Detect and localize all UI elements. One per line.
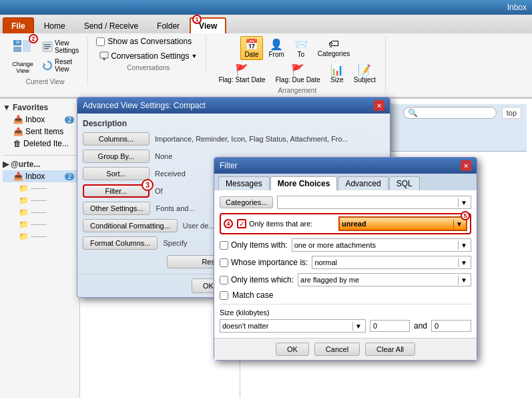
flag-start-icon: 🚩 xyxy=(235,63,248,76)
tree-folder-icon-3: 📁 xyxy=(19,208,29,217)
match-case-checkbox[interactable] xyxy=(220,291,228,300)
sidebar-item-sent[interactable]: 📤 Sent Items xyxy=(3,126,77,138)
from-label: From xyxy=(269,51,284,58)
only-with-checkbox-label[interactable]: Only items with: xyxy=(220,240,288,250)
from-icon: 👤 xyxy=(270,38,283,51)
tree-label: @urte... xyxy=(11,160,40,169)
size-from-input[interactable] xyxy=(370,320,410,332)
only-with-dropdown[interactable]: one or more attachments ▼ xyxy=(292,238,471,252)
ribbon-group-conversations: Show as Conversations Conversation Setti… xyxy=(93,36,206,71)
tree-item-1[interactable]: 📁 —— xyxy=(13,182,77,194)
size-select-dropdown[interactable]: doesn't matter ▼ xyxy=(220,319,366,333)
filter-ok-button[interactable]: OK xyxy=(276,343,309,356)
flag-due-button[interactable]: 🚩 Flag: Due Date xyxy=(272,61,324,85)
show-conversations-checkbox[interactable] xyxy=(96,37,105,46)
reset-view-button[interactable]: Reset View xyxy=(39,56,82,75)
subject-label: Subject xyxy=(354,76,376,83)
show-as-conversations-row[interactable]: Show as Conversations xyxy=(96,36,200,47)
size-select-arrow[interactable]: ▼ xyxy=(352,322,364,331)
adv-close-button[interactable]: ✕ xyxy=(374,100,384,111)
tree-item-2[interactable]: 📁 —— xyxy=(13,194,77,206)
columns-value: Importance, Reminder, Icon, Flag Status,… xyxy=(155,135,384,143)
whose-importance-dropdown[interactable]: normal ▼ xyxy=(312,256,471,269)
tab-send-receive[interactable]: Send / Receive xyxy=(75,17,147,33)
only-items-arrow[interactable]: ▼ xyxy=(453,220,465,228)
tab-file[interactable]: File xyxy=(3,17,34,33)
deleted-label: Deleted Ite... xyxy=(23,139,69,148)
svg-text:≡: ≡ xyxy=(15,39,20,46)
filter-close-button[interactable]: ✕ xyxy=(461,160,471,171)
only-which-checkbox-label[interactable]: Only items which: xyxy=(220,275,294,284)
current-view-group-label: Current View xyxy=(26,78,65,85)
categories-button[interactable]: Categories... xyxy=(220,196,273,208)
size-row: doesn't matter ▼ and xyxy=(220,319,471,333)
sidebar-item-inbox[interactable]: 📥 Inbox 2 xyxy=(3,114,77,126)
title-text: Inbox xyxy=(507,3,527,12)
only-which-arrow[interactable]: ▼ xyxy=(458,276,469,284)
whose-importance-row: Whose importance is: normal ▼ xyxy=(220,256,471,269)
filter-btn-wrapper: 3 Filter... xyxy=(83,184,150,198)
conversation-settings-button[interactable]: Conversation Settings ▼ xyxy=(96,49,200,63)
only-with-checkbox[interactable] xyxy=(220,241,228,250)
filter-circle: 3 xyxy=(142,179,154,191)
format-columns-button[interactable]: Format Columns... xyxy=(83,236,158,250)
group-by-button[interactable]: Group By... xyxy=(83,150,150,163)
filter-tab-messages[interactable]: Messages xyxy=(218,176,270,190)
only-items-dropdown[interactable]: 5 unread ▼ xyxy=(338,216,467,231)
sidebar-item-deleted[interactable]: 🗑 Deleted Ite... xyxy=(3,138,77,150)
whose-importance-checkbox-label[interactable]: Whose importance is: xyxy=(220,258,308,267)
tree-item-3[interactable]: 📁 —— xyxy=(13,206,77,218)
change-view-button[interactable]: 2 ≡ Change View xyxy=(8,36,37,77)
size-arr-button[interactable]: 📊 Size xyxy=(326,61,348,85)
categories-arr-button[interactable]: 🏷 Categories xyxy=(314,36,354,60)
filter-tab-sql[interactable]: SQL xyxy=(389,176,420,190)
date-label: Date xyxy=(244,51,258,58)
filter-footer: OK Cancel Clear All xyxy=(214,338,477,360)
flag-start-button[interactable]: 🚩 Flag: Start Date xyxy=(214,61,269,85)
tab-folder[interactable]: Folder xyxy=(148,17,188,33)
sort-button[interactable]: Sort... xyxy=(83,167,150,180)
filter-dialog: Filter ✕ Messages More Choices Advanced … xyxy=(214,157,477,361)
categories-dropdown[interactable]: ▼ xyxy=(277,196,471,209)
ribbon-view-buttons: 2 ≡ Change View View Settings xyxy=(8,36,82,77)
preview-search[interactable]: 🔍 xyxy=(403,107,497,119)
view-settings-button[interactable]: View Settings xyxy=(39,37,82,56)
tree-item-4[interactable]: 📁 —— xyxy=(13,218,77,230)
tab-home[interactable]: Home xyxy=(35,17,74,33)
only-items-checkbox[interactable]: ✓ xyxy=(237,219,246,228)
conditional-button[interactable]: Conditional Formatting... xyxy=(83,219,178,232)
from-button[interactable]: 👤 From xyxy=(265,36,288,60)
tree-folder-icon-1: 📁 xyxy=(19,184,29,193)
categories-dropdown-arrow[interactable]: ▼ xyxy=(458,198,469,207)
adv-title-text: Advanced View Settings: Compact xyxy=(83,101,206,110)
tree-item-5[interactable]: 📁 —— xyxy=(13,230,77,242)
filter-tab-more-choices[interactable]: More Choices xyxy=(270,176,338,190)
size-to-input[interactable] xyxy=(431,320,471,332)
sidebar-item-inbox-tree[interactable]: 📥 Inbox 2 xyxy=(3,170,77,182)
arrangement-group-label: Arrangement xyxy=(278,87,316,94)
filter-clear-all-button[interactable]: Clear All xyxy=(365,343,415,356)
ribbon-body: 2 ≡ Change View View Settings xyxy=(0,33,532,98)
filter-button[interactable]: Filter... xyxy=(83,184,150,198)
whose-importance-arrow[interactable]: ▼ xyxy=(458,258,469,267)
only-items-row: 4 ✓ Only items that are: 5 unread ▼ xyxy=(220,213,471,234)
filter-tab-advanced[interactable]: Advanced xyxy=(338,176,388,190)
only-which-dropdown[interactable]: are flagged by me ▼ xyxy=(298,273,471,286)
change-view-circle: 2 xyxy=(29,34,38,43)
flag-due-icon: 🚩 xyxy=(291,63,304,76)
other-settings-button[interactable]: Other Settings... xyxy=(83,202,150,215)
ribbon-view-settings-group: View Settings Reset View xyxy=(39,36,82,75)
change-view-label: Change View xyxy=(12,61,33,74)
columns-button[interactable]: Columns... xyxy=(83,132,150,146)
filter-tabs: Messages More Choices Advanced SQL xyxy=(214,174,477,190)
whose-importance-checkbox[interactable] xyxy=(220,258,228,267)
tab-view[interactable]: 1 View xyxy=(190,17,226,33)
filter-cancel-button[interactable]: Cancel xyxy=(314,343,360,356)
date-button[interactable]: 📅 Date xyxy=(240,36,262,60)
inbox-icon: 📥 xyxy=(13,115,23,124)
subject-button[interactable]: 📝 Subject xyxy=(350,61,380,85)
only-which-checkbox[interactable] xyxy=(220,276,228,284)
to-button[interactable]: 📨 To xyxy=(290,36,312,60)
only-with-arrow[interactable]: ▼ xyxy=(458,241,469,250)
search-icon: 🔍 xyxy=(408,108,418,118)
